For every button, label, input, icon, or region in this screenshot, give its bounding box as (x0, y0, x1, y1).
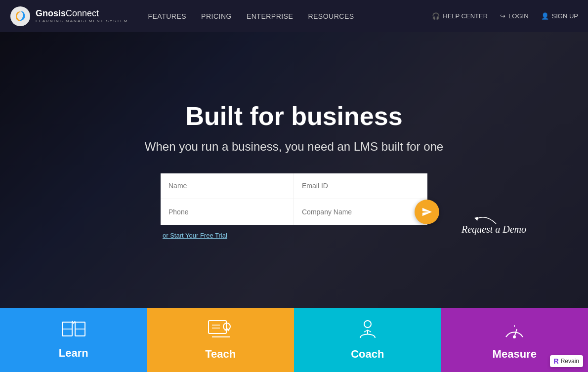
revain-label: Revain (561, 358, 579, 365)
login-icon: ↪ (500, 12, 505, 20)
revain-badge: R Revain (550, 355, 583, 367)
nav-link-resources[interactable]: RESOURCES (308, 12, 354, 20)
revain-icon: R (554, 357, 559, 365)
signup-form: Request a Demo or Start Your Free Trial (0, 173, 588, 239)
company-col: Request a Demo (294, 199, 427, 225)
svg-marker-1 (474, 217, 478, 221)
logo[interactable]: GnosisConnect LEARNING MANAGEMENT SYSTEM (10, 6, 128, 27)
tile-coach[interactable]: Coach (294, 308, 441, 372)
logo-subtitle: LEARNING MANAGEMENT SYSTEM (36, 19, 128, 23)
form-row-2: Request a Demo (161, 199, 427, 225)
email-col (294, 173, 427, 199)
hero-subtitle: When you run a business, you need an LMS… (0, 140, 588, 154)
tile-coach-label: Coach (351, 348, 384, 361)
free-trial-link[interactable]: or Start Your Free Trial (163, 232, 227, 239)
bottom-tiles: Learn Teach Coach (0, 308, 588, 372)
user-icon: 👤 (541, 12, 549, 20)
tile-measure-label: Measure (493, 348, 537, 361)
navbar: GnosisConnect LEARNING MANAGEMENT SYSTEM… (0, 0, 588, 32)
submit-button[interactable] (415, 200, 439, 224)
form-row-1 (161, 173, 427, 199)
request-demo-text: Request a Demo (462, 224, 526, 235)
tile-learn-label: Learn (59, 347, 88, 360)
hero-section: Built for business When you run a busine… (0, 32, 588, 308)
nav-link-pricing[interactable]: PRICING (201, 12, 232, 20)
company-input[interactable] (294, 199, 427, 225)
svg-point-0 (10, 6, 30, 26)
coach-icon (355, 319, 380, 344)
email-input[interactable] (294, 173, 427, 199)
teach-icon (207, 319, 234, 344)
nav-link-enterprise[interactable]: ENTERPRISE (247, 12, 293, 20)
hero-title: Built for business (0, 101, 588, 131)
nav-links: FEATURES PRICING ENTERPRISE RESOURCES (148, 12, 432, 20)
phone-input[interactable] (161, 199, 294, 225)
logo-text: GnosisConnect (36, 9, 128, 19)
hero-content: Built for business When you run a busine… (0, 101, 588, 239)
help-center-link[interactable]: 🎧 HELP CENTER (432, 12, 488, 20)
login-link[interactable]: ↪ LOGIN (500, 12, 528, 20)
svg-point-13 (513, 335, 516, 338)
demo-annotation: Request a Demo (457, 204, 526, 235)
learn-icon (61, 320, 86, 343)
tile-teach[interactable]: Teach (147, 308, 294, 372)
tile-learn[interactable]: Learn (0, 308, 147, 372)
nav-link-features[interactable]: FEATURES (148, 12, 186, 20)
tile-teach-label: Teach (205, 348, 236, 361)
logo-icon (10, 6, 31, 27)
headphone-icon: 🎧 (432, 12, 440, 20)
signup-link[interactable]: 👤 SIGN UP (541, 12, 578, 20)
measure-icon (502, 319, 527, 344)
send-icon (421, 207, 432, 217)
nav-right: 🎧 HELP CENTER ↪ LOGIN 👤 SIGN UP (432, 12, 578, 20)
svg-point-11 (364, 321, 371, 328)
name-input[interactable] (161, 173, 294, 199)
